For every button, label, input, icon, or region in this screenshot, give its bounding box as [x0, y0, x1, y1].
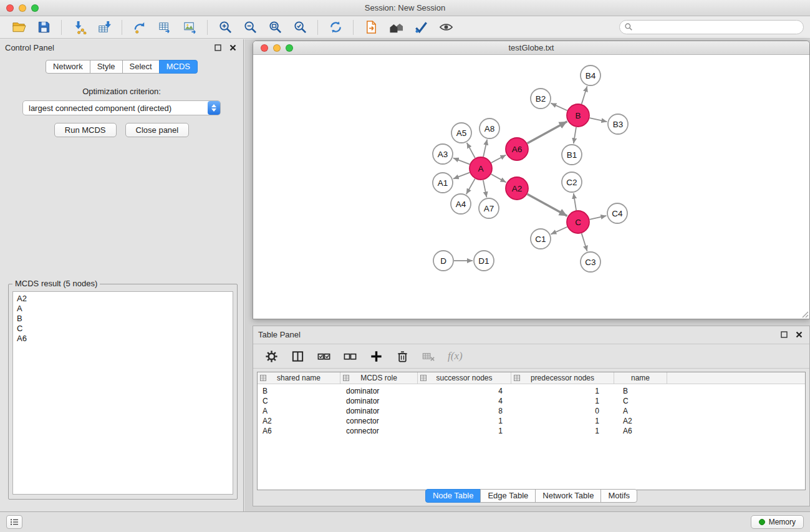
list-item[interactable]: A2	[13, 294, 233, 304]
graph-node-B3[interactable]: B3	[608, 114, 628, 134]
graph-node-B2[interactable]: B2	[531, 89, 551, 109]
float-table-panel-button[interactable]	[778, 329, 789, 340]
import-network-button[interactable]	[70, 18, 89, 37]
mcds-result-list[interactable]: A2 A B C A6	[12, 291, 233, 495]
graph-node-B[interactable]: B	[567, 104, 589, 127]
graph-edge-C-C3[interactable]	[582, 233, 587, 251]
unselect-all-button[interactable]	[340, 347, 359, 365]
list-item[interactable]: A6	[13, 334, 233, 344]
graph-edge-A2-C[interactable]	[528, 194, 567, 216]
cell-shared-name[interactable]: A	[258, 407, 340, 415]
graph-node-C4[interactable]: C4	[607, 203, 627, 223]
graph-node-B4[interactable]: B4	[581, 65, 600, 85]
delete-row-button[interactable]	[393, 347, 412, 365]
cell-name[interactable]: A2	[614, 417, 667, 425]
graph-edge-A-A8[interactable]	[483, 140, 487, 157]
style-check-button[interactable]	[412, 18, 430, 37]
tab-edge-table[interactable]: Edge Table	[480, 489, 536, 503]
graph-edge-B-B2[interactable]	[551, 103, 567, 110]
close-window-button[interactable]	[6, 4, 14, 12]
task-history-button[interactable]	[6, 515, 22, 529]
cell-mcds-role[interactable]: dominator	[340, 397, 418, 405]
graph-edge-C-C1[interactable]	[551, 227, 567, 235]
table-row[interactable]: A dominator 8 0 A	[258, 406, 805, 416]
graph-node-A6[interactable]: A6	[506, 138, 528, 160]
cell-successor-nodes[interactable]: 1	[418, 427, 511, 435]
export-network-button[interactable]	[130, 18, 149, 37]
add-row-button[interactable]	[367, 347, 385, 365]
cell-mcds-role[interactable]: connector	[340, 417, 418, 425]
resize-grip-icon[interactable]	[800, 309, 809, 318]
cell-successor-nodes[interactable]: 1	[418, 417, 511, 425]
cell-shared-name[interactable]: A2	[258, 417, 340, 425]
zoom-in-button[interactable]	[216, 18, 234, 37]
cell-predecessor-nodes[interactable]: 0	[511, 407, 614, 415]
tab-network-table[interactable]: Network Table	[535, 489, 601, 503]
cell-mcds-role[interactable]: connector	[340, 427, 418, 435]
cell-name[interactable]: B	[614, 387, 667, 395]
graph-node-C3[interactable]: C3	[581, 252, 600, 272]
select-all-button[interactable]	[314, 347, 333, 365]
create-column-button[interactable]	[288, 347, 307, 365]
table-row[interactable]: B dominator 4 1 B	[258, 386, 805, 396]
list-item[interactable]: B	[13, 314, 233, 324]
tab-network[interactable]: Network	[46, 60, 90, 74]
float-panel-button[interactable]	[212, 42, 223, 53]
graph-edge-B-B4[interactable]	[582, 86, 587, 104]
graph-edge-A-A1[interactable]	[453, 173, 470, 179]
graph-node-D1[interactable]: D1	[474, 251, 494, 271]
graph-edge-A6-B[interactable]	[528, 122, 567, 143]
close-network-window-button[interactable]	[261, 44, 268, 52]
tab-node-table[interactable]: Node Table	[425, 489, 481, 503]
table-settings-button[interactable]	[262, 347, 281, 365]
minimize-network-window-button[interactable]	[273, 44, 281, 52]
cell-name[interactable]: A6	[614, 427, 667, 435]
list-item[interactable]: A	[13, 304, 233, 314]
cell-shared-name[interactable]: B	[258, 387, 340, 395]
zoom-selected-button[interactable]	[291, 18, 309, 37]
cell-predecessor-nodes[interactable]: 1	[511, 417, 614, 425]
network-window-titlebar[interactable]: testGlobe.txt	[253, 41, 809, 55]
refresh-view-button[interactable]	[326, 18, 345, 37]
cell-mcds-role[interactable]: dominator	[340, 387, 418, 395]
cell-shared-name[interactable]: A6	[258, 427, 340, 435]
search-input[interactable]	[619, 20, 804, 34]
graph-node-C1[interactable]: C1	[531, 229, 551, 249]
import-table-button[interactable]	[95, 18, 113, 37]
table-row[interactable]: C dominator 4 1 C	[258, 396, 805, 406]
graph-edge-B-B1[interactable]	[574, 127, 576, 143]
graph-node-C2[interactable]: C2	[562, 172, 582, 192]
tab-style[interactable]: Style	[90, 60, 123, 74]
graph-node-C[interactable]: C	[567, 211, 589, 233]
graph-node-A7[interactable]: A7	[479, 198, 499, 218]
graph-edge-A-A3[interactable]	[453, 158, 470, 164]
graph-node-B1[interactable]: B1	[562, 145, 582, 165]
delete-column-button[interactable]	[419, 347, 438, 365]
column-header-name[interactable]: name	[614, 372, 667, 384]
tab-motifs[interactable]: Motifs	[600, 489, 637, 503]
memory-button[interactable]: Memory	[751, 515, 804, 529]
cell-name[interactable]: C	[614, 397, 667, 405]
cell-successor-nodes[interactable]: 4	[418, 387, 511, 395]
table-row[interactable]: A2 connector 1 1 A2	[258, 416, 805, 426]
optimization-criterion-dropdown[interactable]: largest connected component (directed)	[22, 100, 221, 115]
table-row[interactable]: A6 connector 1 1 A6	[258, 426, 805, 436]
cell-successor-nodes[interactable]: 4	[418, 397, 511, 405]
home-button[interactable]	[387, 18, 405, 37]
graph-edge-C-C2[interactable]	[574, 193, 576, 210]
zoom-fit-button[interactable]	[266, 18, 284, 37]
graph-node-A1[interactable]: A1	[433, 173, 453, 193]
graph-node-A3[interactable]: A3	[433, 144, 453, 164]
graph-edge-A-A5[interactable]	[467, 143, 475, 158]
cell-predecessor-nodes[interactable]: 1	[511, 387, 614, 395]
cell-mcds-role[interactable]: dominator	[340, 407, 418, 415]
graph-node-A5[interactable]: A5	[451, 123, 471, 143]
cell-successor-nodes[interactable]: 8	[418, 407, 511, 415]
zoom-out-button[interactable]	[241, 18, 259, 37]
close-panel-button[interactable]	[227, 42, 238, 53]
export-image-button[interactable]	[180, 18, 199, 37]
export-table-button[interactable]	[155, 18, 174, 37]
column-header-shared-name[interactable]: shared name	[258, 372, 340, 384]
close-table-panel-button[interactable]	[793, 329, 804, 340]
cell-shared-name[interactable]: C	[258, 397, 340, 405]
